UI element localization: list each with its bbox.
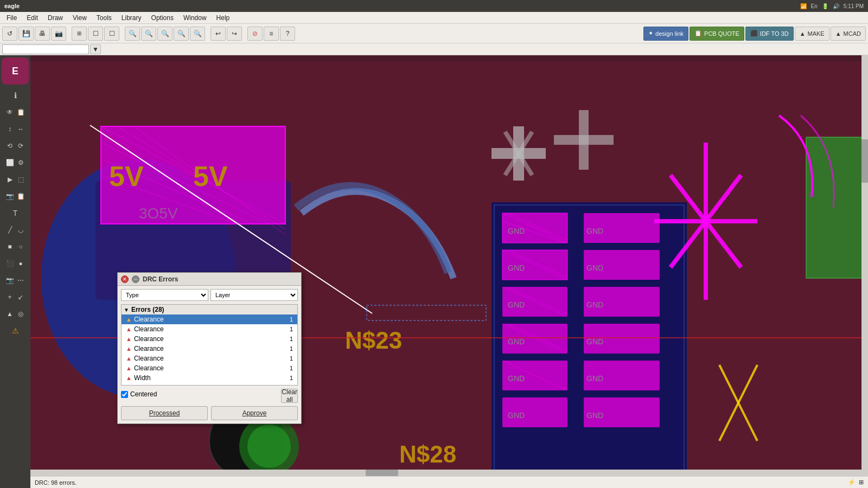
status-text: DRC: 98 errors. <box>35 479 76 486</box>
drc-group-header[interactable]: ▼ Errors (28) <box>122 305 297 314</box>
drc-item-0[interactable]: ▲ Clearance 1 <box>122 314 297 324</box>
drc-processed-button[interactable]: Processed <box>121 406 208 420</box>
sidebar-rotate-ccw-icon[interactable]: ⟲ <box>5 138 15 154</box>
sidebar-rect2-icon[interactable]: ■ <box>5 239 15 255</box>
sidebar-rect-icon[interactable]: ⬜ <box>5 155 15 171</box>
drc-titlebar[interactable]: ✕ – DRC Errors <box>118 273 301 286</box>
design-link-button[interactable]: ✦ design link <box>643 27 688 41</box>
drc-warn-icon-1: ▲ <box>126 326 132 332</box>
v-scroll-thumb[interactable] <box>861 139 868 183</box>
svg-text:GND: GND <box>586 264 603 272</box>
sidebar-play-icon[interactable]: ▶ <box>5 171 15 188</box>
sidebar-info-icon[interactable]: ℹ <box>4 87 26 104</box>
zoom-area-button[interactable]: 🔍 <box>190 27 205 41</box>
time-display: 5:11 PM <box>844 3 864 9</box>
drc-warn-icon-0: ▲ <box>126 316 132 323</box>
sidebar-line-icon[interactable]: ╱ <box>5 222 15 238</box>
drc-approve-button[interactable]: Approve <box>211 406 298 420</box>
drc-item-2[interactable]: ▲ Clearance 1 <box>122 334 297 344</box>
sidebar-eye2-icon[interactable]: 📋 <box>16 104 25 120</box>
menu-window[interactable]: Window <box>179 13 211 23</box>
undo-button[interactable]: ↺ <box>2 27 17 41</box>
menu-draw[interactable]: Draw <box>43 13 67 23</box>
drc-item-1[interactable]: ▲ Clearance 1 <box>122 324 297 334</box>
svg-text:GND: GND <box>586 300 603 309</box>
drc-centered-checkbox[interactable] <box>121 391 128 398</box>
menu-library[interactable]: Library <box>117 13 146 23</box>
drc-content: Type Layer ▼ Errors (28) ▲ Clearance <box>118 286 301 423</box>
sidebar-eye-icon[interactable]: 👁 <box>5 104 15 120</box>
menu-extra-button[interactable]: ≡ <box>264 27 279 41</box>
drc-error-list[interactable]: ▼ Errors (28) ▲ Clearance 1 ▲ Clearance … <box>121 304 298 386</box>
sidebar-cam-icon[interactable]: 📷 <box>5 188 15 204</box>
redo-action-button[interactable]: ↪ <box>227 27 242 41</box>
sidebar-rotate-cw-icon[interactable]: ⟳ <box>16 138 25 154</box>
grid-button[interactable]: ⊞ <box>72 27 87 41</box>
sidebar-circle-icon[interactable]: ○ <box>16 239 25 255</box>
sidebar-crosshair-icon[interactable]: + <box>5 289 15 305</box>
drc-item-num-6: 1 <box>285 375 293 381</box>
drc-approve-label: Approve <box>242 409 267 417</box>
horizontal-scrollbar[interactable] <box>30 470 868 476</box>
idf-button[interactable]: ⬛ IDF TO 3D <box>745 27 794 41</box>
undo-action-button[interactable]: ↩ <box>210 27 226 41</box>
sidebar-frame-icon[interactable]: ⬚ <box>16 171 25 188</box>
menu-file[interactable]: File <box>2 13 21 23</box>
save-button[interactable]: 💾 <box>18 27 34 41</box>
wifi-icon: 📶 <box>800 3 807 9</box>
vertical-scrollbar[interactable] <box>861 55 868 476</box>
volume-icon: 🔊 <box>833 3 839 9</box>
drc-type-filter[interactable]: Type <box>121 289 208 301</box>
sidebar-origin-icon[interactable]: ↙ <box>16 289 25 305</box>
drc-close-button[interactable]: ✕ <box>121 275 129 283</box>
drc-item-5[interactable]: ▲ Clearance 1 <box>122 363 297 373</box>
sidebar-text-icon[interactable]: T <box>4 205 26 221</box>
sidebar-pad-icon[interactable]: ▲ <box>5 306 15 322</box>
stop-button[interactable]: ⊘ <box>247 27 263 41</box>
zoom-out-button[interactable]: 🔍 <box>125 27 140 41</box>
sidebar-photo-icon[interactable]: 📷 <box>5 272 15 288</box>
drc-layer-filter[interactable]: Layer <box>210 289 298 301</box>
menu-tools[interactable]: Tools <box>92 13 116 23</box>
sidebar-settings-icon[interactable]: ⚙ <box>16 155 25 171</box>
canvas-area[interactable]: 5V 5V 3O5V <box>30 55 868 488</box>
layout-btn1[interactable]: ☐ <box>88 27 103 41</box>
drc-item-7[interactable]: ▲ Width 1 <box>122 383 297 386</box>
sidebar-move-h-icon[interactable]: ↔ <box>16 121 25 137</box>
sidebar-dot-icon[interactable]: ● <box>16 255 25 272</box>
menu-help[interactable]: Help <box>212 13 234 23</box>
zoom-fit-button[interactable]: 🔍 <box>157 27 173 41</box>
print-button[interactable]: 🖶 <box>35 27 50 41</box>
drc-item-6[interactable]: ▲ Width 1 <box>122 373 297 383</box>
svg-text:GND: GND <box>586 337 603 346</box>
sidebar-drc-icon[interactable]: 📋 <box>16 188 25 204</box>
sidebar-arc-icon[interactable]: ◡ <box>16 222 25 238</box>
drc-item-label-4: Clearance <box>134 355 283 362</box>
drc-item-3[interactable]: ▲ Clearance 1 <box>122 344 297 354</box>
zoom-in-button[interactable]: 🔍 <box>141 27 156 41</box>
coord-input[interactable]: 0.01 inch (0.94 0.28) <box>2 44 89 54</box>
drc-item-4[interactable]: ▲ Clearance 1 <box>122 354 297 363</box>
make-button[interactable]: ▲ MAKE <box>795 27 829 41</box>
drc-clear-all-button[interactable]: Clear all <box>281 389 298 403</box>
menu-edit[interactable]: Edit <box>22 13 42 23</box>
help-button[interactable]: ? <box>280 27 295 41</box>
menu-options[interactable]: Options <box>147 13 178 23</box>
menu-view[interactable]: View <box>68 13 91 23</box>
sidebar-warning-icon[interactable]: ⚠ <box>4 323 26 339</box>
screenshot-button[interactable]: 📷 <box>51 27 66 41</box>
sidebar-move-v-icon[interactable]: ↕ <box>5 121 15 137</box>
zoom-select-button[interactable]: 🔍 <box>174 27 189 41</box>
pcb-quote-button[interactable]: 📋 PCB QUOTE <box>690 27 744 41</box>
svg-text:GND: GND <box>508 411 525 420</box>
h-scroll-thumb[interactable] <box>366 470 398 476</box>
sidebar-via-icon[interactable]: ◎ <box>16 306 25 322</box>
sidebar-fill-icon[interactable]: ⬛ <box>5 255 15 272</box>
sidebar-dims-icon[interactable]: ⋯ <box>16 272 25 288</box>
app-name: eagle <box>4 3 20 9</box>
drc-item-num-4: 1 <box>285 355 293 362</box>
mcad-button[interactable]: ▲ MCAD <box>831 27 866 41</box>
layout-btn2[interactable]: ☐ <box>104 27 119 41</box>
coord-expand-button[interactable]: ▼ <box>90 44 101 54</box>
drc-minimize-button[interactable]: – <box>132 275 139 283</box>
